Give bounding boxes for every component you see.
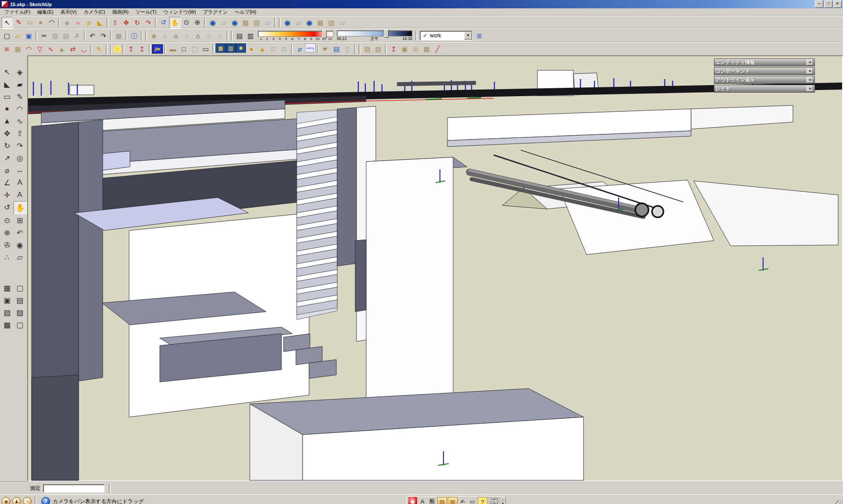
sandbox-flip-edge[interactable]: ⇄: [67, 43, 78, 54]
toggle-terrain-2[interactable]: ▱: [293, 17, 304, 28]
terrain-up-j[interactable]: ↥: [126, 43, 137, 54]
circle-tool[interactable]: ●: [1, 103, 13, 115]
gear-panel[interactable]: ✱: [236, 43, 246, 53]
terrain-arrow-tool[interactable]: ↥: [388, 43, 399, 54]
eraser-tool[interactable]: ▰: [72, 17, 83, 28]
share-models[interactable]: ▧: [251, 17, 262, 28]
panel-title-bar[interactable]: エンティティ情報 ×: [714, 58, 815, 66]
title-bar[interactable]: 15.skp - SketchUp − □ ×: [0, 0, 843, 8]
menu-item[interactable]: プラグイン: [199, 8, 231, 16]
model-viewport[interactable]: エンティティ情報 × コンポーネント × アウトライン表示 × レイヤ ×: [27, 55, 843, 482]
plugin-box-6[interactable]: ▨: [14, 306, 26, 319]
rectangle-tool[interactable]: ▭: [24, 17, 35, 28]
zoom-extents-tool[interactable]: ⊕: [1, 227, 13, 239]
menu-item[interactable]: 表示(V): [57, 8, 80, 16]
layer-dropdown-arrow[interactable]: ▼: [464, 32, 472, 40]
resize-grip[interactable]: [836, 500, 843, 504]
new-file[interactable]: ▢: [1, 30, 12, 41]
pipe-plugin[interactable]: ⌀: [294, 43, 305, 54]
close-button[interactable]: ×: [833, 0, 842, 8]
ime-help[interactable]: ?: [478, 497, 487, 504]
protractor-tool[interactable]: ∠: [1, 176, 13, 189]
time-slider-thumb[interactable]: [384, 29, 389, 38]
circle-tool[interactable]: ●: [35, 17, 46, 28]
terrain-slash-tool[interactable]: ╱: [432, 43, 443, 54]
line-tool[interactable]: ✎: [13, 17, 24, 28]
terrain-crumple-1[interactable]: ▨: [362, 43, 373, 54]
terrain-grid-tool[interactable]: ▦: [421, 43, 432, 54]
shadow-dialog[interactable]: ▤: [234, 30, 245, 41]
view-left[interactable]: ⌂: [203, 30, 214, 41]
ime-conversion-mode[interactable]: 般: [428, 497, 436, 504]
menu-item[interactable]: 編集(E): [34, 8, 57, 16]
paper-box-plugin[interactable]: ▯: [342, 43, 353, 54]
tape-measure-tool[interactable]: ⌀: [83, 17, 94, 28]
sandbox-drape[interactable]: ∿: [45, 43, 56, 54]
terrain-box-tool[interactable]: ▣: [399, 43, 410, 54]
plugin-box-1[interactable]: ▦: [1, 282, 13, 294]
ime-caps-kana[interactable]: CAPSKANA: [489, 497, 500, 504]
move-tool[interactable]: ✥: [121, 17, 132, 28]
follow-me-tool[interactable]: ↷: [143, 17, 154, 28]
view-right[interactable]: ⌂: [181, 30, 192, 41]
share-models-2[interactable]: ▧: [326, 17, 337, 28]
view-back[interactable]: ⌂: [192, 30, 203, 41]
box-fold[interactable]: ▢: [189, 43, 200, 54]
plugin-box-7[interactable]: ▩: [1, 319, 13, 331]
section-plane-tool[interactable]: ▱: [14, 251, 26, 263]
paste[interactable]: ▤: [61, 30, 72, 41]
sandbox-add-detail[interactable]: ▲: [56, 43, 67, 54]
ime-logo[interactable]: ◉: [408, 497, 417, 504]
arc-tool[interactable]: ◠: [14, 103, 26, 115]
ime-input-mode[interactable]: A: [418, 497, 427, 504]
shadow-month-slider[interactable]: 123456789101112: [258, 31, 333, 41]
rotate-tool[interactable]: ↻: [132, 17, 143, 28]
shadow-toggle[interactable]: ▥: [245, 30, 256, 41]
box-plank[interactable]: ▬: [167, 43, 178, 54]
look-around-tool[interactable]: ◉: [14, 239, 26, 251]
place-model[interactable]: ◉: [229, 17, 240, 28]
tape-measure-tool[interactable]: ⌀: [1, 164, 13, 176]
terrain-circle-tool[interactable]: ◎: [410, 43, 421, 54]
louver-box-plugin[interactable]: ▤: [331, 43, 342, 54]
redo[interactable]: ↷: [98, 30, 109, 41]
get-current-view-2[interactable]: ◉: [282, 17, 293, 28]
zoom-tool[interactable]: ⊙: [181, 17, 192, 28]
layer-dropdown[interactable]: ✓ work ▼: [420, 31, 472, 40]
jw-cad-plugin[interactable]: jw: [152, 44, 163, 54]
ime-pad[interactable]: ✍: [458, 497, 467, 504]
panel-close-icon[interactable]: ×: [807, 59, 813, 65]
terrain-crumple-2[interactable]: ▧: [373, 43, 384, 54]
get-models-2[interactable]: ▦: [315, 17, 326, 28]
pan-tool[interactable]: ✋: [14, 201, 27, 214]
panel-close-icon[interactable]: ×: [807, 68, 813, 74]
follow-me-tool[interactable]: ↷: [14, 140, 26, 152]
menu-item[interactable]: 描画(R): [108, 8, 132, 16]
make-component[interactable]: ◈: [61, 17, 72, 28]
hand-pointer-plugin[interactable]: ☛: [320, 43, 331, 54]
sandbox-smoove[interactable]: ◠: [23, 43, 34, 54]
layer-manager[interactable]: ≣: [474, 30, 485, 41]
measurement-input[interactable]: [43, 484, 104, 493]
rectangle-tool[interactable]: ▭: [1, 90, 13, 103]
help-icon[interactable]: ?: [41, 497, 50, 504]
orbit-tool[interactable]: ↺: [158, 17, 169, 28]
freehand-tool[interactable]: ∿: [14, 115, 26, 127]
zoom-previous-tool[interactable]: ↶: [14, 227, 26, 239]
face-me-plugin[interactable]: ☺: [113, 45, 121, 53]
walk-tool[interactable]: ∴: [1, 251, 13, 263]
zoom-window-tool[interactable]: ⊞: [14, 214, 26, 227]
arc-tool[interactable]: ◠: [46, 17, 57, 28]
view-iso[interactable]: ◈: [148, 30, 159, 41]
ime-minimize-arrows[interactable]: −▾: [502, 499, 504, 504]
get-current-view[interactable]: ◉: [207, 17, 218, 28]
plugin-box-4[interactable]: ▤: [14, 294, 26, 306]
month-slider-thumb[interactable]: [322, 30, 327, 38]
ime-toolbox-1[interactable]: ▥: [437, 497, 447, 504]
film-panel[interactable]: ▥: [226, 43, 236, 53]
view-top[interactable]: ⌂: [159, 30, 170, 41]
box-cut[interactable]: □: [178, 43, 189, 54]
open-file[interactable]: ▱: [12, 30, 23, 41]
panel-title-bar[interactable]: アウトライン表示 ×: [714, 76, 815, 84]
toggle-terrain[interactable]: ▱: [218, 17, 229, 28]
